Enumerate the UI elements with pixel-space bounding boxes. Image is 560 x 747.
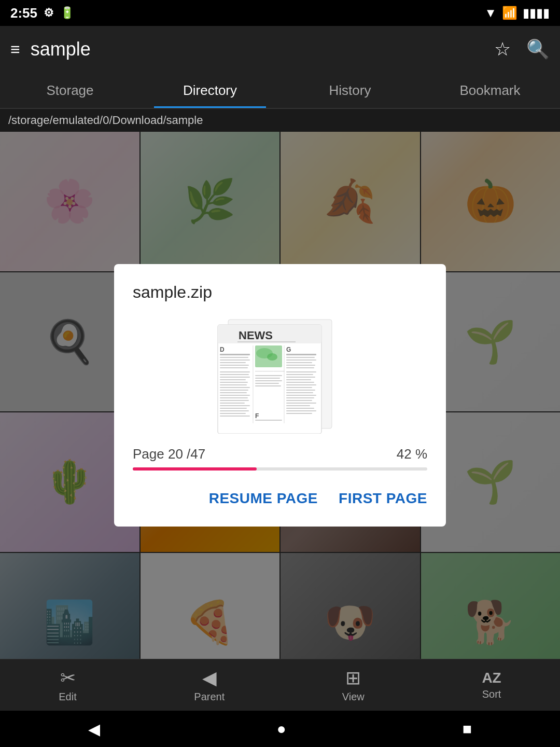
svg-text:F: F — [255, 412, 259, 420]
svg-text:D: D — [220, 346, 225, 353]
svg-rect-24 — [286, 354, 316, 355]
svg-text:────────: ──────── — [255, 368, 285, 374]
tab-directory[interactable]: Directory — [140, 73, 280, 108]
svg-rect-42 — [220, 403, 245, 404]
breadcrumb-path: /storage/emulated/0/Download/sample — [8, 114, 203, 127]
tab-history[interactable]: History — [280, 73, 420, 108]
dialog: sample.zip NEWS — [114, 264, 446, 527]
svg-point-16 — [267, 353, 277, 361]
svg-rect-9 — [220, 357, 248, 358]
svg-rect-64 — [286, 408, 314, 409]
svg-rect-21 — [255, 383, 279, 384]
battery-icon: 🔋 — [60, 6, 74, 20]
dialog-progress-row: Page 20 /47 42 % — [133, 446, 427, 462]
dialog-overlay: sample.zip NEWS — [0, 132, 560, 659]
tab-bookmark[interactable]: Bookmark — [420, 73, 560, 108]
nav-parent[interactable]: ◀ Parent — [194, 667, 225, 703]
nav-view-label: View — [342, 691, 365, 703]
svg-rect-30 — [220, 371, 250, 372]
nav-sort[interactable]: AZ Sort — [482, 670, 501, 700]
svg-rect-12 — [220, 365, 249, 366]
svg-rect-56 — [286, 387, 312, 388]
newspaper-illustration: NEWS D — [213, 314, 347, 434]
svg-rect-61 — [286, 400, 312, 401]
top-bar: ≡ sample ☆ 🔍 — [0, 26, 560, 73]
bookmark-icon[interactable]: ☆ — [494, 38, 511, 60]
system-nav: ◀ ● ■ — [0, 711, 560, 747]
nav-sort-label: Sort — [482, 688, 501, 700]
main-content: sample.zip NEWS — [0, 132, 560, 659]
status-right: ▼ 📶 ▮▮▮▮ — [484, 6, 550, 20]
svg-rect-31 — [220, 374, 249, 375]
tab-storage[interactable]: Storage — [0, 73, 140, 108]
svg-rect-10 — [220, 359, 250, 361]
nav-view[interactable]: ⊞ View — [342, 667, 365, 703]
resume-page-button[interactable]: RESUME PAGE — [209, 485, 318, 512]
svg-rect-50 — [286, 371, 316, 372]
progress-bar-fill — [133, 467, 257, 471]
tab-bar: Storage Directory History Bookmark — [0, 73, 560, 109]
svg-rect-45 — [220, 410, 249, 411]
progress-bar — [133, 467, 427, 471]
svg-rect-40 — [220, 397, 248, 398]
svg-rect-11 — [220, 362, 246, 363]
signal-icon: 📶 — [502, 6, 517, 20]
svg-rect-28 — [286, 365, 315, 366]
svg-text:NEWS: NEWS — [239, 329, 273, 342]
sort-icon: AZ — [482, 670, 501, 686]
wifi-icon: ▼ — [484, 6, 497, 20]
svg-rect-66 — [286, 413, 312, 414]
svg-rect-47 — [220, 416, 250, 417]
svg-rect-27 — [286, 362, 312, 363]
svg-rect-38 — [220, 392, 247, 393]
first-page-button[interactable]: FIRST PAGE — [339, 485, 427, 512]
svg-rect-51 — [286, 374, 313, 375]
svg-rect-39 — [220, 395, 250, 396]
svg-rect-33 — [220, 379, 246, 380]
svg-rect-32 — [220, 377, 250, 378]
battery-full-icon: ▮▮▮▮ — [523, 6, 550, 20]
svg-rect-65 — [286, 410, 316, 411]
svg-rect-35 — [220, 384, 247, 385]
svg-rect-49 — [255, 420, 282, 421]
bottom-nav: ✂ Edit ◀ Parent ⊞ View AZ Sort — [0, 659, 560, 711]
status-left: 2:55 ⚙ 🔋 — [10, 5, 74, 21]
svg-rect-52 — [286, 377, 315, 378]
dialog-page-info: Page 20 /47 — [133, 446, 205, 462]
view-icon: ⊞ — [345, 667, 361, 689]
parent-icon: ◀ — [202, 667, 217, 689]
svg-rect-18 — [255, 375, 282, 376]
app-title: sample — [31, 38, 484, 60]
search-icon[interactable]: 🔍 — [526, 38, 550, 60]
svg-rect-55 — [286, 384, 316, 385]
nav-parent-label: Parent — [194, 691, 225, 703]
nav-edit[interactable]: ✂ Edit — [59, 667, 76, 703]
settings-icon: ⚙ — [44, 6, 54, 20]
svg-rect-60 — [286, 397, 314, 398]
svg-rect-63 — [286, 405, 310, 406]
dialog-percent: 42 % — [397, 446, 427, 462]
svg-rect-36 — [220, 387, 250, 388]
svg-rect-37 — [220, 390, 248, 391]
svg-rect-29 — [286, 367, 314, 368]
svg-rect-41 — [220, 400, 249, 401]
recent-button[interactable]: ■ — [463, 720, 472, 738]
svg-rect-44 — [220, 408, 247, 409]
status-bar: 2:55 ⚙ 🔋 ▼ 📶 ▮▮▮▮ — [0, 0, 560, 26]
dialog-actions: RESUME PAGE FIRST PAGE — [133, 485, 427, 512]
svg-rect-8 — [220, 354, 250, 355]
top-bar-actions: ☆ 🔍 — [494, 38, 550, 60]
svg-rect-34 — [220, 382, 248, 383]
svg-rect-62 — [286, 403, 316, 404]
svg-rect-22 — [255, 385, 281, 386]
time-display: 2:55 — [10, 5, 37, 21]
hamburger-icon[interactable]: ≡ — [10, 40, 20, 59]
home-button[interactable]: ● — [276, 720, 286, 738]
nav-edit-label: Edit — [59, 691, 76, 703]
svg-rect-20 — [255, 380, 282, 381]
back-button[interactable]: ◀ — [88, 720, 100, 738]
dialog-filename: sample.zip — [133, 283, 427, 302]
svg-rect-13 — [220, 367, 248, 368]
svg-rect-58 — [286, 392, 313, 393]
svg-rect-54 — [286, 382, 314, 383]
